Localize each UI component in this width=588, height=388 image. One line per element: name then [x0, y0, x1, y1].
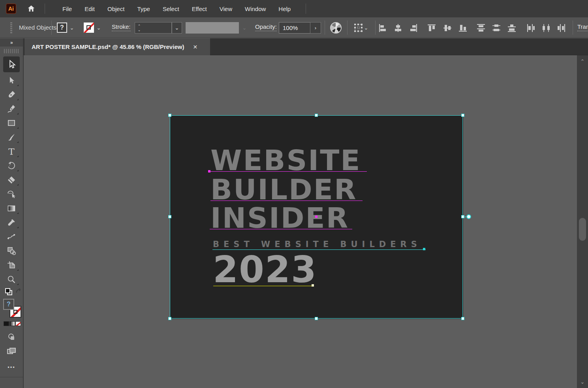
vertical-align-bottom-icon[interactable] — [458, 23, 468, 33]
width-profile-dropdown[interactable] — [186, 22, 239, 34]
direct-selection-tool[interactable] — [3, 74, 20, 87]
document-canvas[interactable]: WEBSITE BUILDER INSIDER BEST WEBSITE BUI… — [24, 55, 577, 388]
selection-handle-top-center[interactable] — [315, 114, 318, 117]
screen-mode-icon[interactable] — [3, 345, 20, 358]
scroll-up-icon[interactable]: ⌃ — [577, 58, 588, 64]
stroke-dropdown-chevron-icon[interactable]: ⌄ — [94, 22, 103, 33]
swap-fill-stroke-icon[interactable] — [15, 288, 22, 295]
scroll-down-icon[interactable]: ⌄ — [577, 379, 588, 385]
menu-view[interactable]: View — [213, 2, 239, 16]
selection-handle-top-right[interactable] — [461, 114, 464, 117]
fill-box[interactable]: ? — [3, 299, 14, 310]
isolate-chevron-icon[interactable]: ⌄ — [363, 22, 369, 33]
stroke-frame-icon — [86, 25, 91, 30]
document-tab-bar: ART POSTER SAMPLE.psd* @ 45.86 % (RGB/Pr… — [24, 38, 588, 55]
horizontal-align-left-icon[interactable] — [378, 23, 387, 33]
selection-context-label: Mixed Objects — [19, 17, 56, 38]
menu-object[interactable]: Object — [101, 2, 131, 16]
curvature-tool[interactable] — [3, 102, 20, 116]
horizontal-distribute-center-icon[interactable] — [541, 23, 551, 33]
menu-bar: Ai File Edit Object Type Select Effect V… — [0, 0, 588, 17]
divider — [573, 21, 573, 35]
app-logo-icon[interactable]: Ai — [6, 4, 16, 14]
stroke-label[interactable]: Stroke: — [112, 23, 131, 31]
selection-handle-bottom-right[interactable] — [461, 317, 464, 320]
menu-items: File Edit Object Type Select Effect View… — [56, 2, 297, 16]
illustrator-window: Ai File Edit Object Type Select Effect V… — [0, 0, 588, 388]
stroke-frame-icon — [13, 310, 17, 314]
close-tab-icon[interactable]: ✕ — [193, 44, 197, 50]
stroke-weight-input[interactable] — [143, 22, 172, 34]
home-icon[interactable] — [26, 4, 36, 13]
vertical-align-top-icon[interactable] — [427, 23, 436, 33]
menubar-divider — [306, 4, 306, 14]
shape-builder-tool[interactable] — [3, 187, 20, 201]
horizontal-distribute-right-icon[interactable] — [556, 23, 566, 33]
vertical-distribute-top-icon[interactable] — [476, 23, 486, 33]
edit-toolbar-icon[interactable]: ••• — [0, 364, 23, 370]
width-profile-chevron-icon: ⌄ — [239, 22, 250, 34]
opacity-label[interactable]: Opacity: — [255, 23, 277, 31]
eyedropper-tool[interactable] — [3, 216, 20, 229]
rotate-tool[interactable] — [3, 159, 20, 172]
control-bar: Mixed Objects ? ⌄ ⌄ Stroke: ⌃ ⌄ ⌄ ⌄ Opac… — [0, 17, 588, 38]
isolate-selection-icon[interactable] — [354, 24, 363, 32]
selection-bounding-box[interactable] — [170, 115, 463, 319]
default-fill-stroke-icon[interactable] — [5, 288, 13, 296]
selection-tool[interactable] — [3, 56, 20, 72]
draw-mode-icon[interactable] — [3, 330, 20, 344]
stroke-weight-chevron-icon[interactable]: ⌄ — [172, 22, 182, 34]
divider — [325, 21, 325, 35]
rotate-handle[interactable] — [466, 214, 471, 219]
recolor-artwork-icon[interactable] — [330, 22, 342, 34]
divider — [375, 21, 376, 35]
stroke-weight-stepper[interactable]: ⌃ ⌄ — [135, 22, 144, 34]
expand-panel-icon[interactable]: » — [0, 38, 23, 47]
vertical-align-center-icon[interactable] — [443, 23, 452, 33]
toolbar-grip-handle[interactable] — [4, 49, 19, 53]
horizontal-align-center-icon[interactable] — [393, 23, 403, 33]
divider — [347, 21, 348, 35]
menu-edit[interactable]: Edit — [78, 2, 101, 16]
fill-stroke-indicator[interactable]: ? — [3, 299, 22, 319]
panel-grip-handle[interactable] — [10, 22, 12, 33]
horizontal-align-right-icon[interactable] — [409, 23, 418, 33]
paintbrush-tool[interactable] — [3, 131, 20, 144]
menu-window[interactable]: Window — [239, 2, 272, 16]
artboard-tool[interactable] — [3, 259, 20, 272]
document-tab[interactable]: ART POSTER SAMPLE.psd* @ 45.86 % (RGB/Pr… — [24, 38, 210, 55]
pen-tool[interactable] — [3, 88, 20, 101]
menu-effect[interactable]: Effect — [186, 2, 213, 16]
selection-handle-bottom-center[interactable] — [315, 317, 318, 320]
vertical-scrollbar[interactable]: ⌃ ⌄ — [577, 55, 588, 388]
eraser-tool[interactable] — [3, 173, 20, 187]
gradient-tool[interactable] — [3, 202, 20, 215]
symbols-tool[interactable] — [3, 244, 20, 258]
type-tool[interactable]: T — [3, 145, 20, 158]
none-button[interactable] — [15, 321, 21, 326]
opacity-input[interactable]: 100% — [279, 22, 310, 34]
stepper-down-icon[interactable]: ⌄ — [138, 28, 141, 32]
selection-handle-top-left[interactable] — [168, 114, 171, 117]
scrollbar-thumb[interactable] — [579, 218, 586, 241]
transform-panel-link[interactable]: Tran — [577, 23, 588, 31]
vertical-distribute-bottom-icon[interactable] — [507, 23, 517, 33]
selection-handle-middle-left[interactable] — [168, 215, 171, 218]
opacity-expand-icon[interactable]: › — [310, 22, 321, 34]
stepper-up-icon[interactable]: ⌃ — [138, 24, 141, 28]
zoom-tool[interactable] — [3, 273, 20, 286]
menu-file[interactable]: File — [56, 2, 78, 16]
menu-type[interactable]: Type — [131, 2, 156, 16]
horizontal-distribute-left-icon[interactable] — [526, 23, 535, 33]
rectangle-tool[interactable] — [3, 116, 20, 130]
gradient-button[interactable] — [9, 321, 15, 326]
vertical-distribute-center-icon[interactable] — [492, 23, 501, 33]
blend-tool[interactable] — [3, 230, 20, 244]
color-button[interactable] — [4, 321, 9, 326]
stroke-color-swatch[interactable] — [84, 22, 94, 33]
selection-handle-bottom-left[interactable] — [168, 317, 171, 320]
fill-color-swatch[interactable]: ? — [57, 22, 67, 33]
menu-select[interactable]: Select — [156, 2, 186, 16]
fill-dropdown-chevron-icon[interactable]: ⌄ — [67, 22, 77, 33]
menu-help[interactable]: Help — [272, 2, 297, 16]
